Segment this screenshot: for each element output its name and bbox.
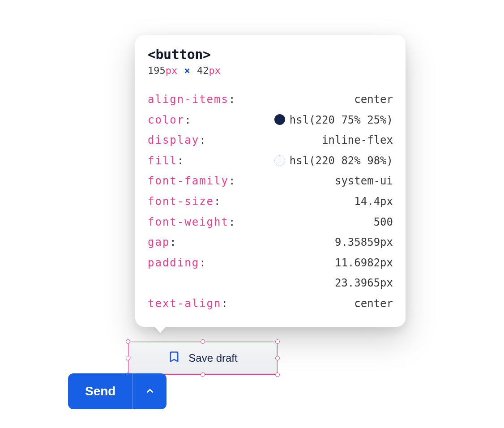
send-button[interactable]: Send: [68, 373, 132, 409]
css-property-row: font-weight:500: [148, 212, 393, 233]
css-property-name: font-weight:: [148, 212, 235, 233]
send-button-group: Send: [68, 373, 167, 409]
dim-height-unit: px: [209, 65, 221, 76]
css-property-row: font-size:14.4px: [148, 192, 393, 212]
inspector-tooltip: <button> 195px × 42px align-items:center…: [135, 35, 406, 327]
css-property-value: hsl(220 75% 25%): [274, 110, 393, 131]
send-label: Send: [85, 384, 115, 398]
css-property-value: center: [354, 294, 393, 314]
css-property-name: display:: [148, 130, 206, 151]
resize-handle[interactable]: [126, 339, 130, 344]
css-property-value: 14.4px: [354, 192, 393, 212]
inspected-element-dimensions: 195px × 42px: [148, 65, 393, 76]
css-property-name: text-align:: [148, 294, 228, 314]
inspected-element-tag: <button>: [148, 47, 393, 62]
css-property-row: text-align:center: [148, 294, 393, 314]
bookmark-icon: [168, 351, 180, 366]
color-swatch-icon: [274, 114, 285, 125]
css-property-name: padding:: [148, 253, 206, 274]
send-menu-toggle[interactable]: [132, 373, 167, 409]
dim-width: 195: [148, 65, 166, 76]
css-property-row: gap:9.35859px: [148, 232, 393, 253]
resize-handle[interactable]: [275, 339, 280, 344]
chevron-up-icon: [145, 386, 155, 397]
css-property-row: align-items:center: [148, 90, 393, 110]
css-property-value: inline-flex: [322, 130, 393, 151]
color-swatch-icon: [274, 155, 285, 166]
css-property-name: fill:: [148, 151, 184, 171]
css-property-name: align-items:: [148, 90, 235, 110]
css-property-value: 500: [374, 212, 393, 233]
css-property-row: font-family:system-ui: [148, 171, 393, 192]
save-draft-label: Save draft: [188, 352, 237, 364]
css-property-value: center: [354, 90, 393, 110]
css-property-value: hsl(220 82% 98%): [274, 151, 393, 171]
css-property-row: padding:11.6982px 23.3965px: [148, 253, 393, 294]
css-property-name: color:: [148, 110, 191, 131]
dim-height: 42: [197, 65, 209, 76]
css-property-row: fill:hsl(220 82% 98%): [148, 151, 393, 171]
css-property-value: 9.35859px: [335, 232, 393, 253]
dim-width-unit: px: [166, 65, 178, 76]
css-property-row: color:hsl(220 75% 25%): [148, 110, 393, 131]
css-properties-list: align-items:centercolor:hsl(220 75% 25%)…: [148, 90, 393, 314]
save-draft-button[interactable]: Save draft: [129, 342, 277, 374]
css-property-row: display:inline-flex: [148, 130, 393, 151]
css-property-name: gap:: [148, 232, 176, 253]
css-property-name: font-family:: [148, 171, 235, 192]
css-property-name: font-size:: [148, 192, 221, 212]
css-property-value: 11.6982px 23.3965px: [335, 253, 393, 294]
dim-separator: ×: [184, 65, 191, 76]
css-property-value: system-ui: [335, 171, 393, 192]
